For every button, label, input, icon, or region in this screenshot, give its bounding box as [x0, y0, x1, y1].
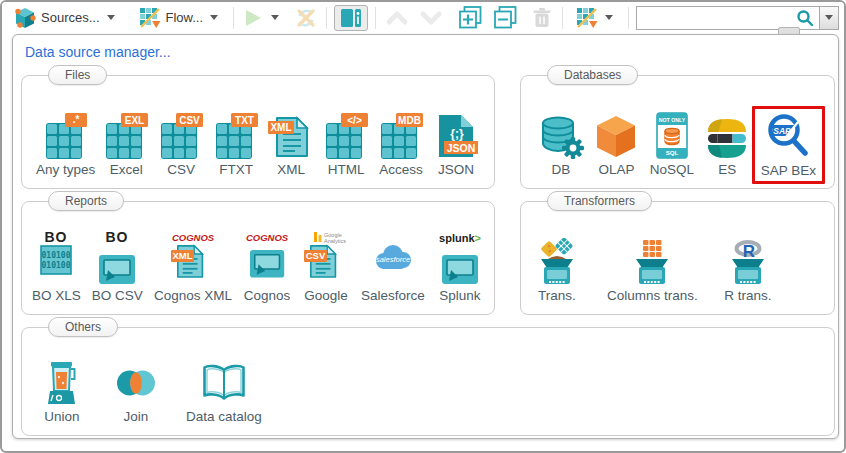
source-item-nosql[interactable]: NOT ONLY SQL NoSQL: [648, 112, 696, 178]
group-databases-label: Databases: [547, 65, 638, 85]
group-files: Files .* Any types EXL E: [21, 75, 495, 189]
flow-menu-button[interactable]: Flow...: [133, 4, 227, 32]
sources-cube-icon: [14, 7, 36, 29]
csv-icon: CSV: [157, 112, 205, 160]
nosql-icon: NOT ONLY SQL: [648, 112, 696, 160]
item-label: CSV: [167, 163, 195, 178]
move-down-button[interactable]: [417, 7, 445, 29]
source-item-any-types[interactable]: .* Any types: [36, 112, 95, 178]
group-others-label: Others: [48, 317, 118, 337]
source-item-es[interactable]: ES: [703, 112, 751, 178]
collapse-all-button[interactable]: [492, 4, 519, 31]
chevron-down-icon: [107, 15, 115, 20]
chevron-down-icon: [210, 15, 218, 20]
transformer-icon: [533, 238, 581, 286]
source-item-join[interactable]: Join: [112, 359, 160, 425]
excel-icon: EXL: [102, 112, 150, 160]
group-transformers-label: Transformers: [547, 191, 652, 211]
columns-transformer-icon: [628, 238, 676, 286]
badge-text: XML: [271, 122, 292, 133]
salesforce-text: salesforce: [376, 255, 410, 264]
source-item-xml[interactable]: XML XML: [267, 112, 315, 178]
source-item-sap-bex[interactable]: SAP SAP BEx: [752, 106, 825, 184]
source-item-bo-csv[interactable]: BO BO CSV: [92, 230, 143, 304]
join-venn-icon: [112, 359, 160, 407]
expand-all-button[interactable]: [457, 4, 484, 31]
item-label: Trans.: [538, 289, 576, 304]
toolbar: Sources... Flow...: [2, 2, 844, 33]
item-label: BO CSV: [92, 289, 143, 304]
source-item-salesforce[interactable]: salesforce Salesforce: [361, 230, 425, 304]
olap-cube-icon: [592, 112, 640, 160]
svg-text:splunk>: splunk>: [439, 232, 481, 244]
item-label: Excel: [110, 163, 143, 178]
chevron-down-icon: [419, 9, 443, 27]
search-options-dropdown[interactable]: [819, 6, 839, 30]
source-item-excel[interactable]: EXL Excel: [102, 112, 150, 178]
reports-items: BO 010100 010100 BO XLS BO BO CSV: [22, 214, 494, 304]
sap-logo-text: SAP: [774, 126, 792, 136]
bo-xls-icon: BO 010100 010100: [32, 230, 80, 286]
data-catalog-book-icon: [200, 359, 248, 407]
search-icon: [796, 9, 814, 27]
source-item-json[interactable]: {;} JSON JSON: [432, 112, 480, 178]
toolbar-separator: [562, 7, 563, 29]
databases-items: DB OLAP NOT ONLY: [521, 88, 834, 178]
source-item-cognos[interactable]: COGNOS Cognos: [243, 230, 291, 304]
source-item-db[interactable]: DB: [537, 112, 585, 178]
run-button[interactable]: [241, 6, 265, 30]
item-label: Data catalog: [186, 410, 262, 425]
source-item-columns-trans[interactable]: Columns trans.: [607, 238, 698, 304]
source-item-bo-xls[interactable]: BO 010100 010100 BO XLS: [32, 230, 81, 304]
collapse-all-icon: [494, 6, 517, 29]
toolbar-separator: [628, 7, 629, 29]
database-icon: [537, 112, 585, 160]
source-item-olap[interactable]: OLAP: [592, 112, 640, 178]
move-up-button[interactable]: [383, 7, 411, 29]
salesforce-icon: salesforce: [369, 230, 417, 286]
group-databases: Databases: [520, 75, 835, 189]
badge-text: .*: [72, 114, 79, 125]
item-label: Columns trans.: [607, 289, 698, 304]
sources-menu-button[interactable]: Sources...: [8, 4, 123, 32]
run-options-dropdown[interactable]: [271, 15, 279, 20]
source-item-r-trans[interactable]: R R trans.: [724, 238, 772, 304]
item-label: JSON: [438, 163, 474, 178]
stop-refresh-button[interactable]: [293, 5, 319, 31]
panel-layout-icon: [340, 8, 362, 28]
item-label: SAP BEx: [761, 164, 816, 179]
search-input[interactable]: [636, 6, 819, 30]
badge-text: EXL: [125, 115, 144, 126]
badge-text: XML: [172, 250, 192, 261]
data-source-manager-panel: Data source manager... Files .* Any type…: [12, 34, 839, 439]
flow-menu-label: Flow...: [166, 10, 204, 25]
toggle-side-panel-button[interactable]: [334, 5, 368, 31]
binary-line1: 010100: [42, 251, 71, 260]
source-item-access[interactable]: MDB Access: [377, 112, 425, 178]
page-title: Data source manager...: [25, 44, 171, 60]
stop-refresh-icon: [295, 7, 317, 29]
item-label: XML: [277, 163, 305, 178]
source-item-splunk[interactable]: splunk> Splunk: [436, 230, 484, 304]
cognos-head-text: COGNOS: [246, 232, 289, 243]
nosql-bottom-text: SQL: [665, 149, 678, 156]
source-item-ftxt[interactable]: TXT FTXT: [212, 112, 260, 178]
source-item-trans[interactable]: Trans.: [533, 238, 581, 304]
source-item-csv[interactable]: CSV CSV: [157, 112, 205, 178]
item-label: BO XLS: [32, 289, 81, 304]
nosql-top-text: NOT ONLY: [659, 117, 686, 123]
any-types-icon: .*: [42, 112, 90, 160]
chart-menu-button[interactable]: [570, 4, 621, 32]
bo-head-text: BO: [106, 230, 129, 245]
access-icon: MDB: [377, 112, 425, 160]
source-item-google[interactable]: Google Analytics CSV Google: [302, 230, 350, 304]
source-item-data-catalog[interactable]: Data catalog: [186, 359, 262, 425]
elasticsearch-icon: [703, 112, 751, 160]
delete-button[interactable]: [529, 5, 555, 31]
source-item-html[interactable]: </> HTML: [322, 112, 370, 178]
r-letter: R: [743, 242, 755, 261]
source-item-cognos-xml[interactable]: COGNOS XML Cognos XML: [154, 230, 232, 304]
sap-bex-icon: SAP: [762, 113, 814, 161]
splunk-icon: splunk>: [436, 230, 484, 286]
source-item-union[interactable]: Union: [38, 359, 86, 425]
